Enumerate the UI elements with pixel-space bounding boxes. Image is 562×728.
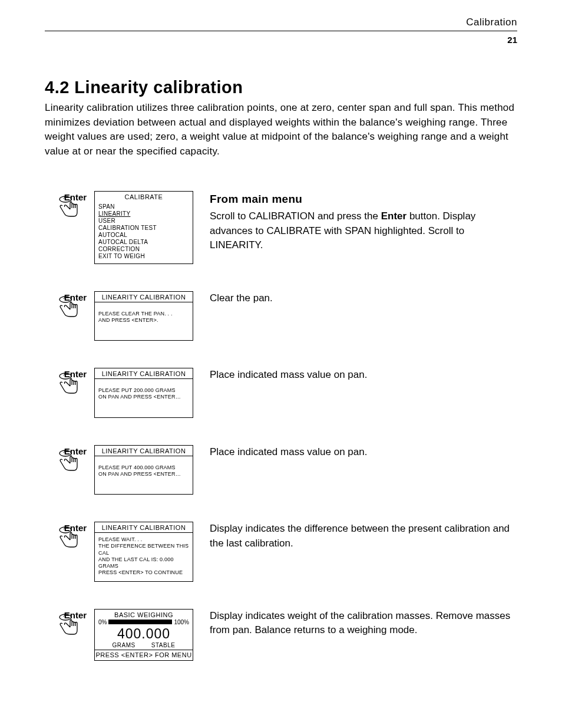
- menu-item: EXIT TO WEIGH: [98, 253, 189, 260]
- screen-line: PLEASE WAIT. . .: [98, 536, 189, 543]
- step-text: Scroll to CALIBRATION and press the Ente…: [210, 209, 517, 253]
- enter-ref: Enter: [381, 210, 406, 222]
- progress-row: 0% 100%: [95, 619, 193, 625]
- screen-message: PLEASE PUT 200.000 GRAMSON PAN AND PRESS…: [95, 379, 193, 417]
- display-screen: LINEARITY CALIBRATION PLEASE WAIT. . .TH…: [94, 522, 193, 582]
- screen-line: PLEASE PUT 200.000 GRAMS: [98, 387, 189, 394]
- step-text: Place indicated mass value on pan.: [210, 445, 517, 460]
- step-row: Enter CALIBRATE SPANLINEARITYUSERCALIBRA…: [45, 191, 517, 264]
- menu-item: AUTOCAL DELTA CORRECTION: [98, 239, 189, 253]
- menu-item: CALIBRATION TEST: [98, 225, 189, 232]
- step-row: Enter LINEARITY CALIBRATION PLEASE CLEAR…: [45, 291, 517, 341]
- screen-message: PLEASE PUT 400.000 GRAMSON PAN AND PRESS…: [95, 456, 193, 495]
- screen-footer: PRESS <ENTER> FOR MENU: [95, 650, 193, 660]
- description-column: Clear the pan.: [210, 291, 517, 306]
- step-row: Enter BASIC WEIGHING 0% 100% 400.000 GRA…: [45, 609, 517, 661]
- screen-line: AND THE LAST CAL IS: 0.000 GRAMS: [98, 556, 189, 570]
- enter-column: Enter: [45, 445, 94, 476]
- enter-label: Enter: [64, 292, 87, 302]
- screen-message: PLEASE WAIT. . .THE DIFFERENCE BETWEEN T…: [95, 533, 193, 581]
- step-row: Enter LINEARITY CALIBRATION PLEASE PUT 4…: [45, 445, 517, 495]
- running-head: Calibration: [45, 17, 517, 28]
- steps-container: Enter CALIBRATE SPANLINEARITYUSERCALIBRA…: [45, 191, 517, 661]
- progress-bar: [108, 620, 172, 624]
- enter-column: Enter: [45, 368, 94, 399]
- display-screen: BASIC WEIGHING 0% 100% 400.000 GRAMS STA…: [94, 609, 193, 661]
- enter-column: Enter: [45, 291, 94, 322]
- screen-line: PLEASE CLEAR THE PAN. . .: [98, 311, 189, 317]
- screen-menu: SPANLINEARITYUSERCALIBRATION TESTAUTOCAL…: [95, 202, 193, 263]
- screen-column: LINEARITY CALIBRATION PLEASE PUT 200.000…: [94, 368, 196, 418]
- menu-item: AUTOCAL: [98, 232, 189, 239]
- screen-line: ON PAN AND PRESS <ENTER…: [98, 471, 189, 477]
- enter-label: Enter: [64, 446, 87, 456]
- menu-item: SPAN: [98, 203, 189, 210]
- screen-line: PLEASE PUT 400.000 GRAMS: [98, 465, 189, 471]
- screen-column: LINEARITY CALIBRATION PLEASE CLEAR THE P…: [94, 291, 196, 341]
- step-text: Clear the pan.: [210, 291, 517, 306]
- description-column: Place indicated mass value on pan.: [210, 445, 517, 460]
- screen-title: LINEARITY CALIBRATION: [95, 522, 193, 533]
- enter-label: Enter: [64, 523, 87, 533]
- status-label: STABLE: [151, 642, 176, 648]
- step-row: Enter LINEARITY CALIBRATION PLEASE PUT 2…: [45, 368, 517, 418]
- menu-item: USER: [98, 218, 189, 225]
- menu-item: LINEARITY: [98, 210, 189, 218]
- section-intro: Linearity calibration utilizes three cal…: [45, 101, 517, 159]
- display-screen: LINEARITY CALIBRATION PLEASE PUT 200.000…: [94, 368, 193, 418]
- weight-value: 400.000: [95, 625, 193, 642]
- header-rule: [45, 31, 517, 31]
- step-text: Display indicates weight of the calibrat…: [210, 609, 517, 638]
- enter-column: Enter: [45, 522, 94, 553]
- enter-label: Enter: [64, 369, 87, 379]
- description-column: Display indicates weight of the calibrat…: [210, 609, 517, 638]
- display-screen: LINEARITY CALIBRATION PLEASE PUT 400.000…: [94, 445, 193, 495]
- enter-column: Enter: [45, 609, 94, 640]
- unit-label: GRAMS: [113, 642, 135, 648]
- screen-title: LINEARITY CALIBRATION: [95, 292, 193, 302]
- step-text: Place indicated mass value on pan.: [210, 368, 517, 383]
- screen-title: LINEARITY CALIBRATION: [95, 368, 193, 379]
- pct-low: 0%: [98, 619, 107, 625]
- screen-column: CALIBRATE SPANLINEARITYUSERCALIBRATION T…: [94, 191, 196, 264]
- step-heading: From main menu: [210, 191, 517, 207]
- screen-line: THE DIFFERENCE BETWEEN THIS CAL: [98, 543, 189, 556]
- screen-line: PRESS <ENTER> TO CONTINUE: [98, 569, 189, 576]
- description-column: Place indicated mass value on pan.: [210, 368, 517, 383]
- display-screen: CALIBRATE SPANLINEARITYUSERCALIBRATION T…: [94, 191, 193, 264]
- page: Calibration 21 4.2 Linearity calibration…: [0, 0, 562, 728]
- section-title: 4.2 Linearity calibration: [45, 78, 517, 97]
- screen-column: LINEARITY CALIBRATION PLEASE PUT 400.000…: [94, 445, 196, 495]
- step-row: Enter LINEARITY CALIBRATION PLEASE WAIT.…: [45, 522, 517, 582]
- screen-column: LINEARITY CALIBRATION PLEASE WAIT. . .TH…: [94, 522, 196, 582]
- pct-high: 100%: [174, 619, 189, 625]
- screen-title: CALIBRATE: [95, 192, 193, 202]
- unit-row: GRAMS STABLE: [95, 642, 193, 650]
- enter-label: Enter: [64, 192, 87, 202]
- screen-message: PLEASE CLEAR THE PAN. . .AND PRESS <ENTE…: [95, 302, 193, 341]
- screen-title: BASIC WEIGHING: [95, 610, 193, 619]
- display-screen: LINEARITY CALIBRATION PLEASE CLEAR THE P…: [94, 291, 193, 341]
- screen-line: ON PAN AND PRESS <ENTER…: [98, 394, 189, 400]
- page-number: 21: [45, 35, 517, 45]
- description-column: From main menu Scroll to CALIBRATION and…: [210, 191, 517, 253]
- screen-column: BASIC WEIGHING 0% 100% 400.000 GRAMS STA…: [94, 609, 196, 661]
- screen-title: LINEARITY CALIBRATION: [95, 446, 193, 456]
- enter-label: Enter: [64, 610, 87, 620]
- enter-column: Enter: [45, 191, 94, 222]
- description-column: Display indicates the difference between…: [210, 522, 517, 551]
- screen-line: AND PRESS <ENTER>.: [98, 317, 189, 324]
- step-text: Display indicates the difference between…: [210, 522, 517, 551]
